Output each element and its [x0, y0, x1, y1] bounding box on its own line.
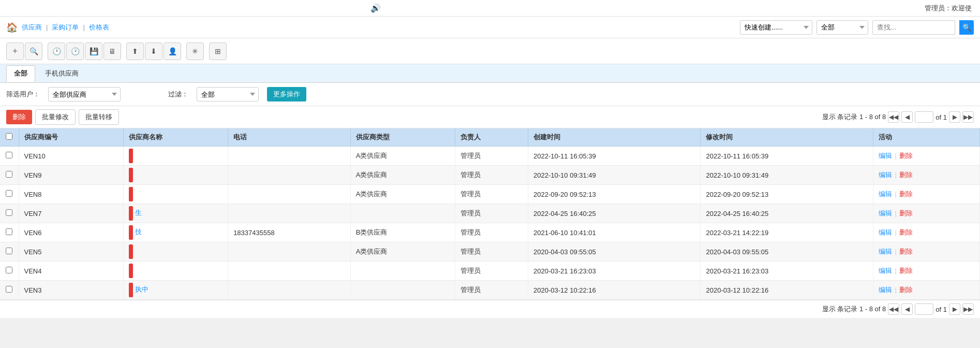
- next-page-btn-top[interactable]: ▶: [949, 111, 960, 123]
- delete-link[interactable]: 删除: [899, 190, 913, 198]
- more-actions-button[interactable]: 更多操作: [267, 87, 306, 102]
- select-all-checkbox[interactable]: [6, 133, 12, 140]
- nav-filter-select[interactable]: 全部: [816, 20, 868, 35]
- first-page-btn-bottom[interactable]: ◀◀: [888, 303, 899, 315]
- delete-link[interactable]: 删除: [899, 228, 913, 236]
- edit-link[interactable]: 编辑: [879, 267, 892, 274]
- total-pages-top: of 1: [936, 113, 947, 121]
- search-icon[interactable]: 🔍: [25, 42, 42, 60]
- row-id: VEN10: [19, 147, 123, 166]
- row-type: [350, 262, 455, 281]
- action-separator: |: [893, 152, 899, 160]
- prev-page-btn-top[interactable]: ◀: [901, 111, 913, 123]
- edit-link[interactable]: 编辑: [879, 152, 892, 160]
- nav-sep-1: |: [46, 23, 48, 31]
- delete-button[interactable]: 删除: [6, 110, 32, 124]
- page-input-bottom[interactable]: 1: [915, 303, 933, 315]
- th-phone: 电话: [228, 128, 351, 147]
- nav-search-input[interactable]: [872, 20, 955, 35]
- row-update-time: 2022-09-20 09:52:13: [701, 185, 873, 204]
- row-phone: [228, 166, 351, 185]
- export-icon[interactable]: ⬆: [126, 42, 144, 60]
- monitor-icon[interactable]: 🖥: [103, 42, 121, 60]
- delete-link[interactable]: 删除: [899, 209, 913, 217]
- row-checkbox[interactable]: [6, 190, 12, 197]
- admin-text: 管理员：欢迎使: [925, 4, 972, 13]
- th-id: 供应商编号: [19, 128, 123, 147]
- edit-link[interactable]: 编辑: [879, 286, 892, 294]
- row-type: B类供应商: [350, 223, 455, 242]
- th-actions: 活动: [873, 128, 979, 147]
- action-separator: |: [893, 286, 899, 294]
- prev-page-btn-bottom[interactable]: ◀: [901, 303, 913, 315]
- nav-link-supplier[interactable]: 供应商: [22, 23, 42, 32]
- edit-link[interactable]: 编辑: [879, 171, 892, 179]
- batch-edit-button[interactable]: 批量修改: [35, 109, 76, 125]
- last-page-btn-top[interactable]: ▶▶: [962, 111, 974, 123]
- user-icon[interactable]: 👤: [164, 42, 181, 60]
- row-checkbox-cell: [0, 281, 19, 300]
- home-icon[interactable]: 🏠: [6, 22, 18, 33]
- nav-link-price[interactable]: 价格表: [89, 23, 109, 32]
- add-icon[interactable]: ＋: [6, 42, 24, 60]
- edit-link[interactable]: 编辑: [879, 248, 892, 255]
- row-id: VEN5: [19, 242, 123, 262]
- delete-link[interactable]: 删除: [899, 248, 913, 255]
- row-checkbox-cell: [0, 223, 19, 242]
- user-filter-select[interactable]: 全部供应商: [48, 87, 121, 102]
- nav-search-button[interactable]: 🔍: [959, 20, 974, 35]
- th-name: 供应商名称: [123, 128, 228, 147]
- batch-transfer-button[interactable]: 批量转移: [79, 109, 119, 125]
- filter-dropdown[interactable]: 全部: [197, 87, 259, 102]
- row-checkbox-cell: [0, 147, 19, 166]
- grid-icon[interactable]: ⊞: [209, 42, 227, 60]
- nav-link-purchase[interactable]: 采购订单: [52, 23, 79, 32]
- row-name-link[interactable]: 执中: [135, 285, 149, 293]
- table-row: VEN3执中管理员2020-03-12 10:22:162020-03-12 1…: [0, 281, 980, 300]
- tab-mobile[interactable]: 手机供应商: [37, 65, 86, 82]
- edit-link[interactable]: 编辑: [879, 190, 892, 198]
- action-separator: |: [893, 248, 899, 255]
- table-row: VEN6技18337435558B类供应商管理员2021-06-10 10:41…: [0, 223, 980, 242]
- row-checkbox[interactable]: [6, 228, 12, 235]
- red-bar-icon: [129, 168, 133, 182]
- action-separator: |: [893, 209, 899, 217]
- next-page-btn-bottom[interactable]: ▶: [949, 303, 960, 315]
- history-icon[interactable]: 🕑: [66, 42, 84, 60]
- row-owner: 管理员: [455, 166, 528, 185]
- supplier-table: 供应商编号 供应商名称 电话 供应商类型 负责人 创建时间 修改时间 活动 VE…: [0, 128, 980, 300]
- edit-link[interactable]: 编辑: [879, 209, 892, 217]
- delete-link[interactable]: 删除: [899, 171, 913, 179]
- row-update-time: 2020-03-21 16:23:03: [701, 262, 873, 281]
- row-checkbox[interactable]: [6, 286, 12, 293]
- first-page-btn-top[interactable]: ◀◀: [888, 111, 899, 123]
- row-checkbox[interactable]: [6, 171, 12, 178]
- row-checkbox[interactable]: [6, 209, 12, 216]
- save-icon[interactable]: 💾: [85, 42, 102, 60]
- settings-icon[interactable]: ✳: [186, 42, 204, 60]
- row-checkbox[interactable]: [6, 152, 12, 158]
- tab-all[interactable]: 全部: [6, 65, 35, 82]
- row-name: 生: [123, 204, 228, 223]
- row-checkbox[interactable]: [6, 248, 12, 254]
- row-checkbox-cell: [0, 262, 19, 281]
- import-icon[interactable]: ⬇: [145, 42, 162, 60]
- row-actions: 编辑 | 删除: [873, 262, 979, 281]
- row-name-link[interactable]: 生: [135, 209, 142, 216]
- table-row: VEN5A类供应商管理员2020-04-03 09:55:052020-04-0…: [0, 242, 980, 262]
- page-input-top[interactable]: 1: [915, 111, 933, 123]
- row-checkbox[interactable]: [6, 267, 12, 273]
- edit-link[interactable]: 编辑: [879, 228, 892, 236]
- red-bar-icon: [129, 149, 133, 163]
- last-page-btn-bottom[interactable]: ▶▶: [962, 303, 974, 315]
- row-name-link[interactable]: 技: [135, 228, 142, 236]
- delete-link[interactable]: 删除: [899, 152, 913, 160]
- top-bar: 🔊 管理员：欢迎使: [0, 0, 980, 17]
- quick-create-select[interactable]: 快速创建......: [740, 20, 812, 35]
- row-owner: 管理员: [455, 262, 528, 281]
- row-name: [123, 166, 228, 185]
- clock-icon[interactable]: 🕐: [48, 42, 65, 60]
- delete-link[interactable]: 删除: [899, 267, 913, 274]
- row-phone: [228, 242, 351, 262]
- delete-link[interactable]: 删除: [899, 286, 913, 294]
